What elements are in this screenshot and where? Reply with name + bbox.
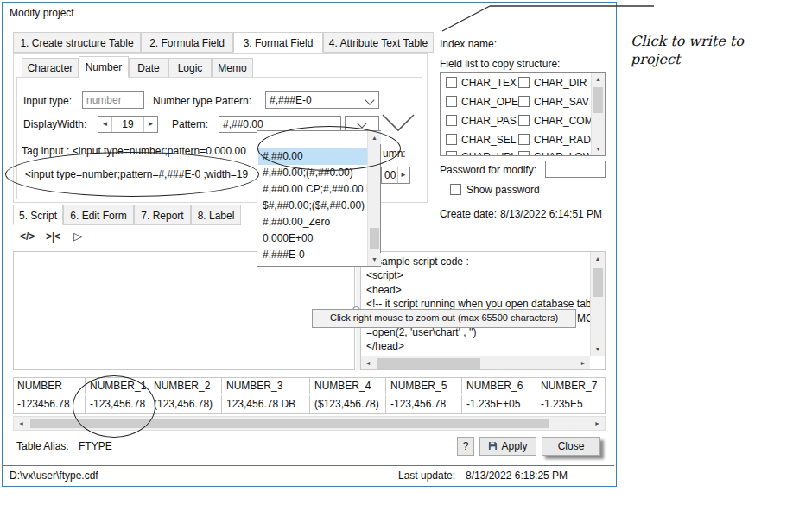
column-header[interactable]: NUMBER — [13, 377, 86, 394]
tab-formula-field[interactable]: 2. Formula Field — [141, 32, 233, 53]
scrollbar-thumb[interactable] — [370, 228, 379, 249]
scroll-down-icon[interactable]: ▼ — [592, 142, 605, 155]
display-width-stepper[interactable]: ◄ 19 ► — [98, 116, 158, 133]
column-stepper-value: 00 — [384, 169, 396, 181]
field-list-scrollbar[interactable]: ▲ ▼ — [591, 73, 605, 155]
show-password-label: Show password — [466, 184, 540, 196]
checkbox[interactable] — [518, 151, 530, 156]
tab-script[interactable]: 5. Script — [13, 205, 63, 225]
scrollbar-thumb[interactable] — [593, 87, 603, 113]
show-password-checkbox[interactable] — [450, 184, 461, 195]
stepper-left-icon[interactable]: ◄ — [98, 117, 112, 132]
column-header[interactable]: NUMBER_2 — [149, 377, 222, 394]
table-cell[interactable]: ($123,456.78) — [310, 395, 386, 413]
pattern-option[interactable]: $#,##0.00;($#,##0.00) — [258, 198, 371, 214]
checkbox[interactable] — [446, 134, 457, 145]
pattern-option[interactable]: #,##0.00 CP;#,##0.00 D — [258, 181, 371, 198]
scroll-up-icon[interactable]: ▲ — [591, 252, 605, 266]
tab-memo[interactable]: Memo — [212, 58, 253, 78]
scroll-down-icon[interactable]: ▼ — [368, 253, 381, 266]
pattern-option[interactable]: #,##0.00_Zero — [258, 214, 371, 230]
table-hscrollbar[interactable]: ◄ ► — [13, 416, 606, 431]
script-editor-pane[interactable] — [13, 251, 355, 370]
table-cell[interactable]: 123,456.78 DB — [222, 395, 310, 413]
callout-note: Click to write to project — [631, 33, 760, 69]
checkbox[interactable] — [518, 134, 530, 145]
column-header[interactable]: NUMBER_7 — [536, 377, 606, 394]
number-type-pattern-label: Number type Pattern: — [153, 95, 251, 107]
dropdown-scrollbar[interactable]: ▲ ▼ — [367, 131, 380, 266]
apply-button[interactable]: Apply — [479, 437, 536, 456]
pattern-option[interactable]: #,###E-0 — [258, 247, 371, 263]
number-type-pattern-combo[interactable]: #,###E-0 — [265, 91, 379, 109]
column-header[interactable]: NUMBER_4 — [310, 377, 386, 394]
stepper-right-icon[interactable]: ► — [143, 117, 157, 132]
tab-date[interactable]: Date — [129, 58, 168, 78]
column-header[interactable]: NUMBER_5 — [386, 377, 462, 394]
checkbox[interactable] — [446, 96, 457, 107]
tab-report[interactable]: 7. Report — [134, 205, 191, 225]
pattern-option[interactable]: 0.000E+00 — [258, 230, 371, 247]
password-field[interactable] — [545, 161, 606, 178]
scroll-right-icon[interactable]: ► — [590, 417, 605, 430]
index-name-label: Index name: — [440, 38, 497, 50]
checkbox[interactable] — [518, 96, 530, 107]
script-vscrollbar[interactable]: ▲ ▼ — [590, 252, 605, 356]
scroll-up-icon[interactable]: ▲ — [368, 131, 381, 144]
help-button[interactable]: ? — [457, 437, 474, 456]
create-date-label: Create date: — [440, 208, 497, 220]
scrollbar-thumb[interactable] — [593, 268, 603, 297]
pattern-option[interactable]: #,##0.00;(#,##0.00) — [258, 165, 371, 181]
tab-create-structure-table[interactable]: 1. Create structure Table — [13, 32, 141, 53]
scroll-down-icon[interactable]: ▼ — [591, 343, 605, 356]
pattern-label: Pattern: — [172, 118, 208, 130]
table-cell[interactable]: -123,456.78 — [86, 395, 149, 413]
table-cell[interactable]: -1.235E5 — [536, 395, 606, 413]
scrollbar-thumb[interactable] — [30, 419, 549, 428]
checkbox[interactable] — [518, 115, 530, 126]
table-alias-value: FTYPE — [79, 440, 112, 452]
tab-format-field[interactable]: 3. Format Field — [233, 32, 323, 53]
table-cell[interactable]: -123,456.78 — [386, 395, 462, 413]
column-stepper-fragment[interactable]: 00 ► — [381, 167, 410, 184]
table-cell[interactable]: -123456.78 — [13, 395, 86, 413]
collapse-icon[interactable]: >|< — [46, 230, 60, 243]
table-alias-label: Table Alias: — [16, 440, 69, 452]
tab-character[interactable]: Character — [22, 58, 79, 78]
scrollbar-thumb[interactable] — [377, 358, 480, 369]
script-line: </head> — [366, 340, 404, 352]
field-list-box[interactable]: CHAR_TEX CHAR_DIR CHAR_OPE CHAR_SAV CHAR… — [440, 72, 606, 156]
field-item-label: CHAR_LOW — [534, 151, 593, 156]
save-icon — [488, 441, 498, 451]
run-icon[interactable]: ▷ — [73, 230, 82, 243]
tab-edit-form[interactable]: 6. Edit Form — [63, 205, 134, 225]
chevron-down-icon[interactable] — [357, 118, 366, 128]
field-item-label: CHAR_DIR — [534, 77, 587, 89]
tab-number[interactable]: Number — [79, 56, 129, 78]
scroll-left-icon[interactable]: ◄ — [361, 356, 375, 370]
column-header[interactable]: NUMBER_1 — [86, 377, 149, 394]
tab-label[interactable]: 8. Label — [191, 205, 241, 225]
script-hscrollbar[interactable]: ◄ ► — [361, 356, 590, 369]
tab-logic[interactable]: Logic — [168, 58, 212, 78]
chevron-down-icon[interactable] — [365, 95, 374, 104]
column-header[interactable]: NUMBER_3 — [222, 377, 310, 394]
stepper-right-icon[interactable]: ► — [397, 167, 409, 183]
scroll-up-icon[interactable]: ▲ — [592, 73, 605, 85]
scroll-left-icon[interactable]: ◄ — [14, 417, 29, 430]
checkbox[interactable] — [518, 77, 530, 88]
tab-attribute-text-table[interactable]: 4. Attribute Text Table — [323, 32, 434, 53]
statusbar-last-update-value: 8/13/2022 6:18:25 PM — [466, 470, 568, 482]
display-width-value: 19 — [112, 117, 143, 132]
column-header[interactable]: NUMBER_6 — [462, 377, 536, 394]
pattern-option[interactable]: #,##0.00 — [258, 148, 371, 165]
table-cell[interactable]: -1.235E+05 — [462, 395, 536, 413]
code-icon[interactable]: </> — [20, 230, 35, 243]
input-type-field[interactable]: number — [82, 91, 144, 109]
checkbox[interactable] — [446, 77, 457, 88]
table-cell[interactable]: (123,456.78) — [149, 395, 222, 413]
checkbox[interactable] — [446, 151, 457, 156]
scroll-right-icon[interactable]: ► — [576, 356, 590, 370]
checkbox[interactable] — [446, 115, 457, 126]
close-button[interactable]: Close — [542, 437, 600, 456]
